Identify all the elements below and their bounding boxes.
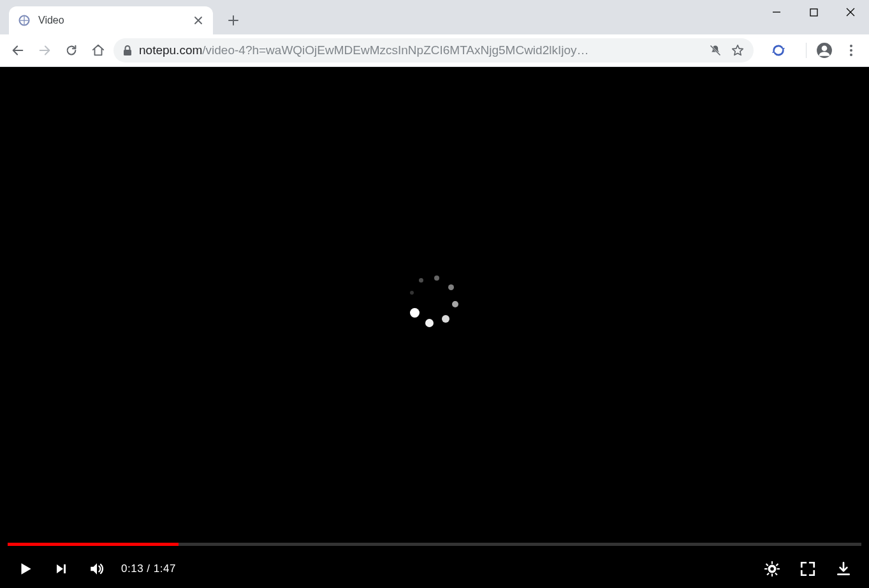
time-display: 0:13 / 1:47 <box>121 562 176 575</box>
loading-spinner-icon <box>406 273 464 330</box>
browser-titlebar: Video <box>0 0 869 34</box>
svg-point-8 <box>850 49 852 52</box>
svg-point-13 <box>770 567 774 571</box>
profile-avatar-button[interactable] <box>813 39 836 62</box>
svg-marker-4 <box>772 50 776 53</box>
svg-rect-2 <box>124 50 131 55</box>
video-surface[interactable]: 0:13 / 1:47 <box>0 67 869 588</box>
home-button[interactable] <box>87 39 110 62</box>
browser-tab[interactable]: Video <box>9 6 213 34</box>
svg-rect-1 <box>810 9 817 16</box>
tab-close-button[interactable] <box>193 15 204 26</box>
toolbar-divider <box>806 43 807 58</box>
tab-title: Video <box>38 15 185 26</box>
svg-point-9 <box>850 54 852 56</box>
settings-button[interactable] <box>758 555 786 583</box>
url-path: /video-4?h=waWQiOjEwMDEwMzcsInNpZCI6MTAx… <box>202 43 588 57</box>
tab-favicon-icon <box>18 14 31 27</box>
lock-icon <box>122 45 133 56</box>
address-bar-url: notepu.com/video-4?h=waWQiOjEwMDEwMzcsIn… <box>139 43 703 57</box>
svg-point-7 <box>850 45 852 47</box>
window-controls <box>758 0 869 24</box>
svg-marker-3 <box>782 48 785 50</box>
time-current: 0:13 <box>121 562 143 575</box>
play-button[interactable] <box>11 555 40 583</box>
time-duration: 1:47 <box>154 562 176 575</box>
bookmark-star-button[interactable] <box>731 43 745 57</box>
extension-sync-icon[interactable] <box>771 43 785 57</box>
video-progress-bar[interactable] <box>8 543 861 546</box>
time-separator: / <box>143 562 154 575</box>
address-bar[interactable]: notepu.com/video-4?h=waWQiOjEwMDEwMzcsIn… <box>113 38 754 62</box>
download-button[interactable] <box>829 555 858 583</box>
url-domain: notepu.com <box>139 43 202 57</box>
browser-menu-button[interactable] <box>840 39 863 62</box>
nav-back-button[interactable] <box>6 39 29 62</box>
volume-button[interactable] <box>83 555 111 583</box>
window-maximize-button[interactable] <box>795 0 832 24</box>
browser-toolbar: notepu.com/video-4?h=waWQiOjEwMDEwMzcsIn… <box>0 34 869 67</box>
window-close-button[interactable] <box>832 0 869 24</box>
nav-forward-button[interactable] <box>33 39 56 62</box>
svg-point-6 <box>822 45 828 51</box>
reload-button[interactable] <box>60 39 83 62</box>
next-button[interactable] <box>47 555 75 583</box>
new-tab-button[interactable] <box>222 9 245 32</box>
video-progress-played <box>8 543 179 546</box>
video-controls: 0:13 / 1:47 <box>0 550 869 588</box>
window-minimize-button[interactable] <box>758 0 795 24</box>
notifications-muted-icon[interactable] <box>709 44 722 57</box>
svg-rect-10 <box>64 564 66 573</box>
fullscreen-button[interactable] <box>794 555 822 583</box>
